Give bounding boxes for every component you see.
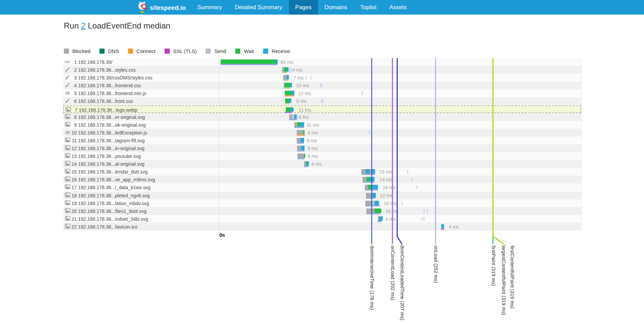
- phase-segment-receive: [291, 91, 294, 95]
- legend-item-ssl-tls-: SSL (TLS): [165, 48, 197, 54]
- phase-segment-receive: [371, 169, 375, 174]
- brand-name: sitespeed.io: [150, 4, 186, 12]
- legend-swatch: [165, 49, 170, 54]
- request-url: 192.168.178.38...l_data_b1wx.svg: [78, 185, 150, 190]
- phase-segment-blocked: [297, 146, 301, 150]
- phase-segment-receive: [290, 83, 292, 87]
- phase-segment-blocked: [294, 122, 297, 127]
- phase-segment-blocked: [365, 185, 368, 189]
- legend-label: Blocked: [72, 48, 90, 54]
- waterfall-row: 17192.168.178.38...l_data_b1wx.svg16 ms: [63, 183, 581, 191]
- phase-segment-receive: [290, 98, 291, 103]
- marker-label-onContentLoad: onContentLoad (202 ms): [390, 246, 395, 300]
- phase-understrip-periwinkle: [365, 205, 380, 206]
- duration-label: 9 ms: [296, 98, 307, 104]
- img-file-icon: [64, 200, 71, 206]
- request-number: 5: [70, 91, 77, 96]
- phase-segment-blocked: [366, 209, 374, 213]
- duration-label: 65 ms: [280, 59, 293, 65]
- request-url: 192.168.178.38...lation_mbdv.svg: [78, 201, 149, 206]
- legend-label: SSL (TLS): [173, 48, 197, 54]
- event-tick: [407, 170, 408, 174]
- phase-understrip-orange: [285, 95, 294, 96]
- request-number: 16: [70, 177, 77, 182]
- phase-segment-receive: [379, 216, 383, 221]
- request-url: 192.168.178.38...er-original.svg: [78, 114, 145, 120]
- request-number: 7: [71, 107, 77, 113]
- nav-item-pages[interactable]: Pages: [289, 0, 318, 15]
- nav-item-summary[interactable]: Summary: [191, 0, 228, 15]
- request-url: 192.168.178.38...ledException.js: [78, 130, 147, 136]
- img-file-icon: [64, 138, 71, 143]
- request-number: 18: [70, 193, 77, 198]
- gridline-right-edge: [581, 58, 582, 231]
- phase-understrip-periwinkle: [221, 64, 277, 65]
- duration-label: 7 ms: [293, 75, 303, 80]
- request-number: 15: [70, 169, 77, 175]
- phase-segment-blocked: [289, 114, 292, 119]
- request-url: 192.168.178.38...front.css: [78, 98, 133, 104]
- phase-segment-receive: [374, 201, 379, 205]
- duration-label: 16 ms: [384, 201, 397, 206]
- duration-label: 14 ms: [380, 177, 392, 182]
- waterfall-row: 2192.168.178.38...styles.css4 ms: [63, 66, 581, 74]
- waterfall-row: 3192.168.178.38/cssOMS/styles.css7 ms: [63, 74, 581, 82]
- nav-item-domains[interactable]: Domains: [318, 0, 354, 15]
- request-url: 192.168.178.38...in-original.svg: [78, 146, 144, 151]
- legend-item-dns: DNS: [99, 48, 119, 54]
- nav-item-toplist[interactable]: Toplist: [354, 0, 383, 15]
- duration-label: 9 ms: [308, 154, 318, 159]
- phase-understrip-lightgreen: [283, 79, 288, 81]
- phase-understrip-periwinkle: [366, 197, 376, 199]
- request-url: 192.168.178.38...youtube.svg: [78, 154, 141, 159]
- duration-label: 18 ms: [385, 209, 398, 214]
- img-file-icon: [64, 122, 71, 128]
- legend-swatch: [99, 49, 105, 54]
- request-number: 6: [70, 98, 77, 104]
- duration-label: 11 ms: [299, 107, 311, 113]
- waterfall-row: JS10192.168.178.38...ledException.js9 ms: [63, 129, 581, 137]
- axis-zero-label: 0s: [219, 232, 225, 238]
- phase-understrip-magenta: [441, 229, 444, 230]
- page-title: Run 2 LoadEventEnd median: [64, 21, 170, 31]
- css-file-icon: [64, 75, 71, 80]
- waterfall-row: 22192.168.178.38...favicon.ico4 ms: [63, 223, 581, 231]
- phase-understrip-periwinkle: [294, 127, 304, 128]
- phase-segment-wait: [285, 98, 290, 103]
- phase-understrip-lightgreen: [285, 103, 290, 104]
- request-number: 10: [70, 130, 77, 136]
- event-tick: [362, 91, 363, 95]
- phase-segment-receive: [294, 114, 297, 119]
- waterfall-row: 16192.168.178.38...ve_app_m9ms.svg14 ms: [63, 176, 581, 183]
- run-number-link[interactable]: 2: [81, 21, 86, 30]
- request-number: 21: [70, 216, 77, 222]
- request-url: 192.168.178.38...favicon.ico: [78, 224, 137, 230]
- event-tick: [424, 217, 424, 221]
- request-url: 192.168.178.38...pleted_ngx6.svg: [78, 193, 150, 198]
- duration-label: 12 ms: [380, 193, 393, 198]
- legend-swatch: [263, 49, 268, 54]
- phase-segment-blocked: [297, 154, 304, 158]
- phase-segment-receive: [287, 75, 289, 79]
- phase-segment-wait: [284, 67, 287, 72]
- request-url: 192.168.178.38...frontend.css: [78, 83, 141, 88]
- waterfall-row: 4192.168.178.38...frontend.css10 ms: [63, 82, 581, 89]
- phase-segment-wait: [303, 130, 305, 134]
- nav-item-detailed-summary[interactable]: Detailed Summary: [228, 0, 289, 15]
- request-number: 14: [70, 161, 77, 167]
- brand[interactable]: sitespeed.io: [137, 1, 186, 15]
- phase-understrip-lightgreen: [282, 72, 287, 73]
- phase-understrip-periwinkle: [378, 221, 382, 222]
- event-tick: [427, 209, 428, 213]
- img-file-icon: [64, 216, 71, 222]
- phase-segment-wait: [285, 91, 291, 95]
- phase-understrip-periwinkle: [365, 189, 378, 191]
- phase-understrip-periwinkle: [289, 119, 297, 120]
- phase-segment-receive: [372, 185, 378, 189]
- duration-label: 4 ms: [385, 216, 395, 222]
- waterfall-row: 11192.168.178.38...tagram-fill.svg8 ms: [63, 137, 581, 144]
- phase-segment-receive: [366, 169, 370, 174]
- phase-segment-receive: [370, 177, 374, 181]
- nav-item-assets[interactable]: Assets: [383, 0, 413, 15]
- request-url: 192.168.178.38...tagram-fill.svg: [78, 138, 145, 143]
